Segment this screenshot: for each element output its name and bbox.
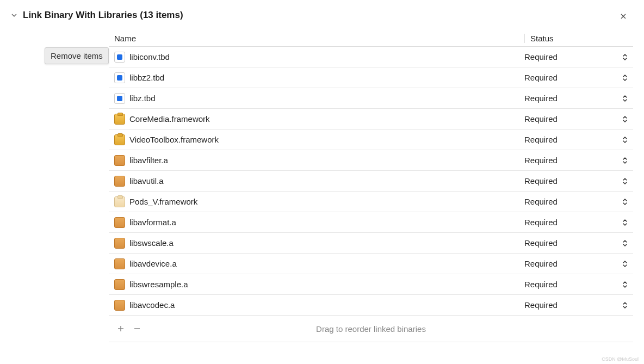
status-stepper-icon[interactable]: [622, 157, 628, 164]
row-status-cell: Required: [524, 238, 633, 248]
watermark-text: CSDN @MuSoul: [602, 356, 639, 362]
row-name-cell: libz.tbd: [109, 93, 524, 104]
row-name-cell: libavcodec.a: [109, 300, 524, 311]
table-row[interactable]: libswresample.aRequired: [109, 274, 633, 295]
row-status-cell: Required: [524, 135, 633, 144]
status-column-header[interactable]: Status: [524, 34, 633, 43]
library-name: VideoToolbox.framework: [129, 135, 219, 144]
row-name-cell: libavutil.a: [109, 176, 524, 187]
row-name-cell: CoreMedia.framework: [109, 114, 524, 125]
table-row[interactable]: libz.tbdRequired: [109, 88, 633, 109]
table-row[interactable]: libavformat.aRequired: [109, 212, 633, 233]
libraries-table: Name Status libiconv.tbdRequiredlibbz2.t…: [109, 30, 633, 316]
table-row[interactable]: libswscale.aRequired: [109, 233, 633, 254]
library-name: libswresample.a: [129, 280, 188, 289]
disclosure-toggle[interactable]: [11, 12, 17, 18]
status-label: Required: [524, 259, 558, 268]
framework-light-file-icon: [114, 196, 125, 207]
status-stepper-icon[interactable]: [622, 260, 628, 268]
library-name: libbz2.tbd: [129, 73, 164, 82]
table-header-row: Name Status: [109, 30, 633, 47]
row-status-cell: Required: [524, 114, 633, 124]
status-stepper-icon[interactable]: [622, 74, 628, 82]
status-label: Required: [524, 197, 558, 206]
row-status-cell: Required: [524, 156, 633, 165]
status-label: Required: [524, 94, 558, 103]
status-label: Required: [524, 73, 558, 82]
add-button[interactable]: [114, 322, 127, 335]
status-label: Required: [524, 238, 558, 248]
row-name-cell: libiconv.tbd: [109, 52, 524, 63]
row-name-cell: libavdevice.a: [109, 258, 524, 269]
status-stepper-icon[interactable]: [622, 198, 628, 206]
status-label: Required: [524, 176, 558, 186]
status-stepper-icon[interactable]: [622, 136, 628, 144]
row-status-cell: Required: [524, 52, 633, 61]
close-icon[interactable]: [619, 12, 628, 21]
row-name-cell: libswresample.a: [109, 279, 524, 290]
archive-file-icon: [114, 300, 125, 311]
row-status-cell: Required: [524, 176, 633, 186]
row-status-cell: Required: [524, 280, 633, 289]
library-name: CoreMedia.framework: [129, 114, 210, 124]
table-row[interactable]: libavcodec.aRequired: [109, 295, 633, 316]
tbd-file-icon: [114, 93, 125, 104]
library-name: libavformat.a: [129, 218, 176, 227]
archive-file-icon: [114, 258, 125, 269]
table-row[interactable]: CoreMedia.frameworkRequired: [109, 109, 633, 129]
library-name: libavcodec.a: [129, 300, 175, 310]
status-stepper-icon[interactable]: [622, 301, 628, 309]
table-footer: Drag to reorder linked binaries: [109, 316, 633, 342]
status-label: Required: [524, 135, 558, 144]
library-name: libavdevice.a: [129, 259, 177, 268]
framework-file-icon: [114, 114, 125, 125]
tbd-file-icon: [114, 52, 125, 63]
table-row[interactable]: libavutil.aRequired: [109, 171, 633, 192]
archive-file-icon: [114, 176, 125, 187]
row-name-cell: libavfilter.a: [109, 155, 524, 166]
section-title: Link Binary With Libraries (13 items): [23, 10, 183, 21]
row-status-cell: Required: [524, 218, 633, 227]
status-stepper-icon[interactable]: [622, 239, 628, 247]
row-status-cell: Required: [524, 73, 633, 82]
status-stepper-icon[interactable]: [622, 53, 628, 61]
status-label: Required: [524, 52, 558, 61]
section-header: Link Binary With Libraries (13 items): [0, 0, 644, 30]
footer-hint-text: Drag to reorder linked binaries: [316, 324, 426, 334]
row-name-cell: libavformat.a: [109, 217, 524, 228]
status-label: Required: [524, 156, 558, 165]
library-name: libiconv.tbd: [129, 52, 170, 61]
row-status-cell: Required: [524, 259, 633, 268]
remove-button[interactable]: [131, 322, 144, 335]
status-stepper-icon[interactable]: [622, 95, 628, 102]
library-name: libswscale.a: [129, 238, 174, 248]
status-label: Required: [524, 300, 558, 310]
library-name: Pods_V.framework: [129, 197, 197, 206]
tbd-file-icon: [114, 72, 125, 83]
framework-file-icon: [114, 134, 125, 145]
row-name-cell: Pods_V.framework: [109, 196, 524, 207]
row-status-cell: Required: [524, 300, 633, 310]
table-row[interactable]: libavfilter.aRequired: [109, 150, 633, 171]
name-column-header[interactable]: Name: [109, 34, 524, 43]
status-stepper-icon[interactable]: [622, 115, 628, 123]
row-name-cell: VideoToolbox.framework: [109, 134, 524, 145]
table-row[interactable]: VideoToolbox.frameworkRequired: [109, 129, 633, 150]
archive-file-icon: [114, 155, 125, 166]
library-name: libavfilter.a: [129, 156, 168, 165]
archive-file-icon: [114, 217, 125, 228]
table-row[interactable]: libavdevice.aRequired: [109, 254, 633, 274]
status-label: Required: [524, 114, 558, 124]
remove-items-tooltip: Remove items: [45, 47, 109, 64]
row-status-cell: Required: [524, 94, 633, 103]
library-name: libavutil.a: [129, 176, 164, 186]
table-row[interactable]: libiconv.tbdRequired: [109, 47, 633, 67]
status-stepper-icon[interactable]: [622, 177, 628, 185]
status-label: Required: [524, 280, 558, 289]
table-row[interactable]: libbz2.tbdRequired: [109, 67, 633, 88]
status-label: Required: [524, 218, 558, 227]
status-stepper-icon[interactable]: [622, 219, 628, 226]
table-row[interactable]: Pods_V.frameworkRequired: [109, 192, 633, 212]
status-stepper-icon[interactable]: [622, 281, 628, 288]
row-name-cell: libbz2.tbd: [109, 72, 524, 83]
